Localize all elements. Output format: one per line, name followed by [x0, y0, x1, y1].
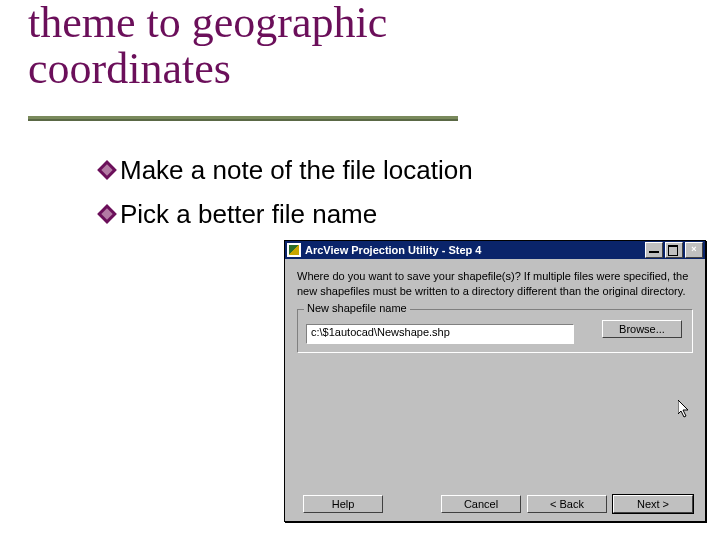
app-icon: [287, 243, 301, 257]
window-title: ArcView Projection Utility - Step 4: [305, 244, 645, 256]
title-underline: [28, 116, 458, 119]
bullet-text: Pick a better file name: [120, 194, 377, 234]
new-shapefile-fieldset: New shapefile name c:\$1autocad\Newshape…: [297, 309, 693, 353]
titlebar[interactable]: ArcView Projection Utility - Step 4 ×: [285, 241, 705, 259]
back-button[interactable]: < Back: [527, 495, 607, 513]
svg-marker-0: [678, 400, 688, 417]
cursor-icon: [678, 400, 692, 420]
list-item: Make a note of the file location: [100, 150, 473, 190]
list-item: Pick a better file name: [100, 194, 473, 234]
bullet-icon: [100, 207, 114, 221]
browse-button[interactable]: Browse...: [602, 320, 682, 338]
shapefile-path-input[interactable]: c:\$1autocad\Newshape.shp: [306, 324, 574, 344]
cancel-button[interactable]: Cancel: [441, 495, 521, 513]
close-button[interactable]: ×: [685, 242, 703, 258]
bullet-text: Make a note of the file location: [120, 150, 473, 190]
next-button[interactable]: Next >: [613, 495, 693, 513]
maximize-button[interactable]: [665, 242, 683, 258]
fieldset-legend: New shapefile name: [304, 302, 410, 314]
minimize-button[interactable]: [645, 242, 663, 258]
help-button[interactable]: Help: [303, 495, 383, 513]
instruction-text: Where do you want to save your shapefile…: [297, 269, 693, 299]
bullet-list: Make a note of the file location Pick a …: [100, 150, 473, 239]
projection-dialog: ArcView Projection Utility - Step 4 × Wh…: [284, 240, 706, 522]
page-title: theme to geographic coordinates: [28, 0, 448, 92]
bullet-icon: [100, 163, 114, 177]
